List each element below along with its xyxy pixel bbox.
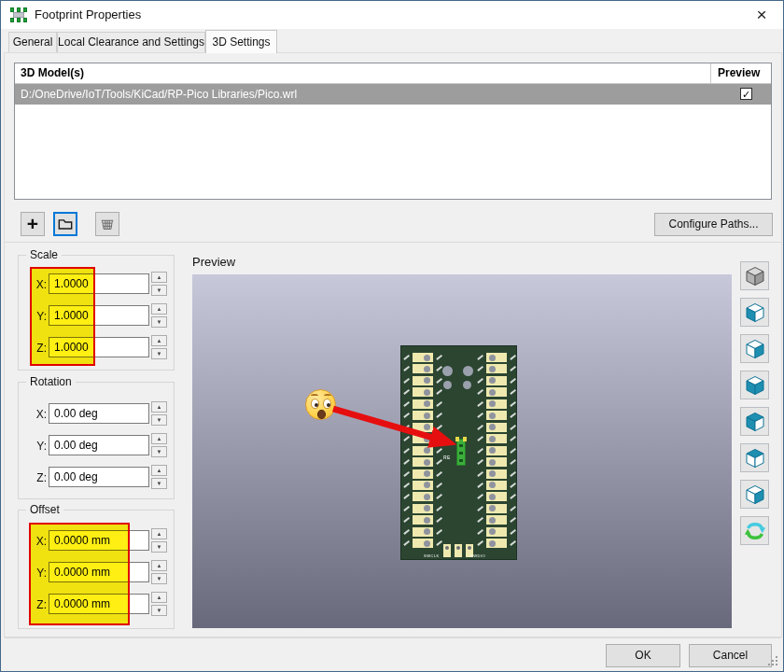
reload-view-icon <box>744 520 766 542</box>
through-hole-pad <box>486 457 507 467</box>
silkscreen-pin-label <box>436 529 441 534</box>
silkscreen-pin-label <box>403 529 409 534</box>
offset-x-input[interactable] <box>49 530 149 551</box>
through-hole-pad <box>413 364 433 373</box>
view-bottom-button[interactable] <box>740 480 769 509</box>
silkscreen-pin-label <box>510 401 515 406</box>
scale-y-input[interactable] <box>49 305 149 326</box>
tab-general[interactable]: General <box>8 32 57 52</box>
offset-y-label: Y: <box>32 567 47 580</box>
rotation-x-spinner[interactable]: ▲▼ <box>151 401 167 426</box>
through-hole-pad <box>413 469 433 479</box>
silkscreen-pin-label <box>510 366 515 371</box>
silkscreen-pin-label <box>477 483 483 487</box>
ok-button[interactable]: OK <box>606 644 680 667</box>
configure-paths-button[interactable]: Configure Paths... <box>654 213 773 236</box>
silkscreen-pin-label <box>436 517 441 522</box>
trash-icon <box>98 215 117 233</box>
close-icon[interactable]: × <box>746 3 777 27</box>
tab-3d-settings[interactable]: 3D Settings <box>205 30 277 53</box>
view-right-icon <box>744 338 766 360</box>
view-back-button[interactable] <box>740 407 769 436</box>
through-hole-pad <box>413 527 433 537</box>
browse-model-button[interactable] <box>53 212 77 236</box>
silkscreen-pin-label <box>510 483 515 487</box>
silkscreen-pin-label <box>436 378 441 383</box>
tab-local-clearance-and-settings[interactable]: Local Clearance and Settings <box>57 32 205 52</box>
view-bottom-icon <box>744 483 766 506</box>
offset-z-label: Z: <box>32 598 47 611</box>
rotation-z-spinner[interactable]: ▲▼ <box>151 465 167 489</box>
footprint-icon <box>10 7 27 22</box>
title-bar: Footprint Properties × <box>1 1 783 29</box>
silkscreen-pin-label <box>477 540 483 545</box>
delete-model-button[interactable] <box>95 212 119 236</box>
rotation-x-input[interactable] <box>49 403 149 424</box>
resize-grip[interactable] <box>768 656 779 667</box>
silkscreen-pin-label <box>477 378 483 383</box>
through-hole-pad <box>413 481 433 490</box>
silkscreen-pin-label <box>403 483 409 487</box>
rotation-group-label: Rotation <box>26 375 76 388</box>
silkscreen-pin-label <box>510 448 515 453</box>
silkscreen-pin-label <box>403 540 409 545</box>
offset-y-spinner[interactable]: ▲▼ <box>151 560 167 584</box>
silkscreen-pin-label <box>403 506 409 511</box>
scale-z-spinner[interactable]: ▲▼ <box>151 335 167 359</box>
isometric-view-icon <box>744 265 766 287</box>
component-pad <box>455 437 459 441</box>
through-hole-pad <box>486 423 507 432</box>
offset-z-input[interactable] <box>49 594 149 614</box>
silkscreen-pin-label <box>403 425 409 429</box>
silkscreen-pin-label <box>510 413 515 417</box>
through-hole-pad <box>486 434 507 443</box>
reload-view-button[interactable] <box>740 516 769 545</box>
offset-z-spinner[interactable]: ▲▼ <box>151 592 167 616</box>
rotation-y-spinner[interactable]: ▲▼ <box>151 433 167 457</box>
silkscreen-pin-label <box>510 378 515 383</box>
view-front-button[interactable] <box>740 371 769 399</box>
silkscreen-pin-label <box>510 494 515 498</box>
swclk-label: SWCLK <box>424 553 440 558</box>
model-table: 3D Model(s) Preview D:/OneDrive/IoT/Tool… <box>14 63 772 200</box>
offset-y-input[interactable] <box>49 562 149 582</box>
rotation-x-label: X: <box>32 408 47 421</box>
debug-pad <box>443 544 451 557</box>
rotation-z-input[interactable] <box>49 467 149 487</box>
silkscreen-pin-label <box>477 436 483 441</box>
scale-x-label: X: <box>32 278 47 291</box>
view-top-button[interactable] <box>740 443 769 472</box>
silkscreen-pin-label <box>477 389 483 394</box>
add-model-button[interactable]: + <box>21 212 45 236</box>
silkscreen-pin-label <box>477 355 483 359</box>
view-left-icon <box>744 301 766 324</box>
mounting-hole <box>463 366 473 376</box>
scale-x-spinner[interactable]: ▲▼ <box>151 272 167 296</box>
scale-z-input[interactable] <box>49 337 149 357</box>
model-table-row[interactable]: D:/OneDrive/IoT/Tools/KiCad/RP-Pico Libr… <box>15 84 771 105</box>
through-hole-pad <box>413 399 433 409</box>
rotation-y-input[interactable] <box>49 435 149 455</box>
isometric-view-button[interactable] <box>740 261 769 290</box>
through-hole-pad <box>413 411 433 420</box>
silkscreen-pin-label <box>510 436 515 441</box>
scale-x-input[interactable] <box>49 273 149 294</box>
silkscreen-pin-label <box>510 471 515 476</box>
view-right-button[interactable] <box>740 334 769 363</box>
pcb-component <box>456 439 466 466</box>
silkscreen-pin-label <box>436 425 441 429</box>
scale-z-label: Z: <box>32 342 47 355</box>
plus-icon: + <box>27 215 38 233</box>
through-hole-pad <box>413 353 433 362</box>
silkscreen-pin-label <box>477 506 483 511</box>
offset-x-spinner[interactable]: ▲▼ <box>151 528 167 553</box>
cancel-button[interactable]: Cancel <box>689 644 772 667</box>
view-left-button[interactable] <box>740 298 769 327</box>
preview-checkbox[interactable]: ✓ <box>740 88 752 100</box>
preview-viewport[interactable]: RE SWCLK SWDIO <box>192 274 732 628</box>
through-hole-pad <box>413 539 433 548</box>
silkscreen-pin-label <box>477 517 483 522</box>
scale-y-spinner[interactable]: ▲▼ <box>151 303 167 328</box>
rotation-group: Rotation X: ▲▼ Y: ▲▼ Z: ▲▼ <box>18 382 175 499</box>
view-back-icon <box>744 411 766 433</box>
